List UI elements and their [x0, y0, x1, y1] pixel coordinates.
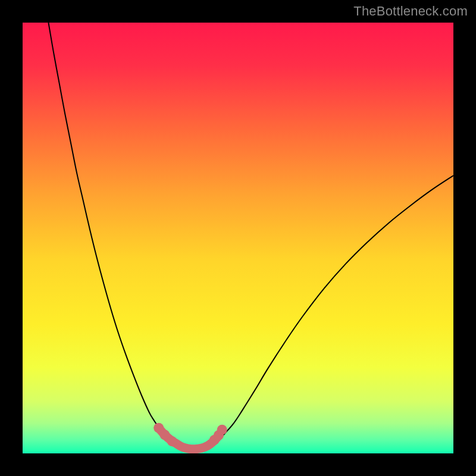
watermark-text: TheBottleneck.com — [353, 4, 468, 19]
highlight-dot — [167, 436, 177, 446]
chart-frame: TheBottleneck.com — [0, 0, 476, 476]
gradient-background — [23, 23, 453, 453]
bottleneck-chart — [23, 23, 453, 453]
plot-area — [23, 23, 453, 453]
highlight-dot — [217, 425, 227, 435]
